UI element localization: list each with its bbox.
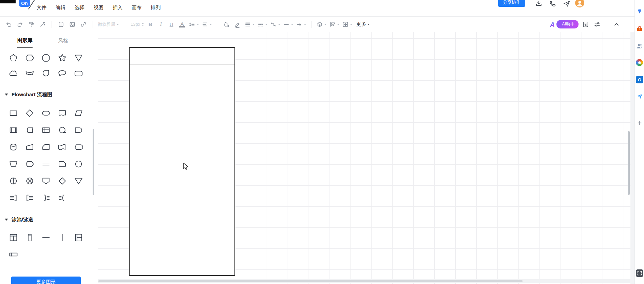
tab-shape-library[interactable]: 图形库 bbox=[17, 37, 33, 48]
shape-stored-data[interactable] bbox=[22, 122, 38, 139]
bold-button[interactable]: B bbox=[146, 19, 154, 29]
line-weight-button[interactable] bbox=[244, 21, 255, 28]
line-height-button[interactable] bbox=[189, 21, 199, 28]
shape-pool-vertical[interactable] bbox=[5, 229, 22, 246]
format-painter-button[interactable] bbox=[27, 19, 36, 29]
shape-callout[interactable] bbox=[54, 66, 70, 81]
arrow-style-button[interactable] bbox=[296, 21, 306, 28]
shape-rect[interactable] bbox=[5, 105, 22, 122]
diagram-canvas[interactable] bbox=[98, 32, 630, 284]
download-icon[interactable] bbox=[535, 0, 543, 7]
shape-card-round[interactable] bbox=[54, 156, 70, 173]
shape-cylinder[interactable] bbox=[5, 139, 22, 156]
shape-pentagon[interactable] bbox=[5, 50, 22, 66]
line-style-button[interactable] bbox=[257, 21, 268, 28]
shape-circle-x[interactable] bbox=[22, 173, 38, 189]
canvas-horizontal-scrollbar-track[interactable] bbox=[98, 279, 630, 283]
shape-hexagon[interactable] bbox=[22, 50, 38, 66]
tab-style[interactable]: 风格 bbox=[58, 38, 68, 48]
shape-merge[interactable] bbox=[70, 173, 87, 189]
expand-fullscreen-icon[interactable] bbox=[636, 269, 643, 277]
section-header-1[interactable]: Flowchart 流程图 bbox=[0, 87, 92, 102]
shape-pool-horizontal[interactable] bbox=[70, 229, 87, 246]
gem-icon[interactable] bbox=[636, 7, 643, 15]
text-align-button[interactable] bbox=[202, 21, 212, 28]
shape-v-line[interactable] bbox=[54, 229, 70, 246]
shape-tape[interactable] bbox=[54, 122, 70, 139]
shape-brace-right[interactable] bbox=[38, 189, 54, 206]
contacts-icon[interactable] bbox=[636, 42, 643, 50]
shape-double-line[interactable] bbox=[38, 156, 54, 173]
shape-h-line[interactable] bbox=[38, 229, 54, 246]
shape-parallelogram[interactable] bbox=[70, 105, 87, 122]
menu-item-6[interactable]: 排列 bbox=[151, 4, 160, 11]
layers-button[interactable] bbox=[316, 21, 327, 28]
shape-octagon[interactable] bbox=[38, 50, 54, 66]
phone-icon[interactable] bbox=[549, 0, 556, 7]
add-icon[interactable]: + bbox=[636, 119, 643, 127]
shape-paper-tape[interactable] bbox=[54, 139, 70, 156]
canvas-horizontal-scrollbar-thumb[interactable] bbox=[98, 280, 523, 282]
shape-circle[interactable] bbox=[70, 156, 87, 173]
shape-document[interactable] bbox=[54, 105, 70, 122]
shape-hexagon-prep[interactable] bbox=[22, 156, 38, 173]
shape-triangle-down[interactable] bbox=[70, 50, 87, 66]
find-replace-button[interactable] bbox=[581, 19, 590, 29]
shape-lane-horizontal[interactable] bbox=[5, 246, 22, 263]
shape-display[interactable] bbox=[70, 139, 87, 156]
menu-item-0[interactable]: 文件 bbox=[37, 4, 46, 11]
shape-off-page[interactable] bbox=[38, 173, 54, 189]
shape-arc[interactable] bbox=[22, 66, 38, 81]
stroke-color-button[interactable] bbox=[233, 19, 242, 29]
insert-link-button[interactable] bbox=[79, 19, 88, 29]
font-family-select[interactable]: 微软雅黑 bbox=[98, 21, 127, 27]
sidebar-scrollbar[interactable] bbox=[93, 129, 94, 195]
more-shapes-button[interactable]: 更多图形 bbox=[11, 277, 81, 284]
shape-bracket-right[interactable] bbox=[5, 189, 22, 206]
shape-brace-left[interactable] bbox=[54, 189, 70, 206]
more-tools-button[interactable]: 更多 bbox=[356, 21, 370, 27]
fill-color-button[interactable] bbox=[222, 19, 231, 29]
toolbox-icon[interactable] bbox=[636, 25, 643, 33]
magic-wand-button[interactable] bbox=[38, 19, 47, 29]
menu-item-2[interactable]: 选择 bbox=[75, 4, 84, 11]
font-size-stepper[interactable] bbox=[142, 23, 144, 26]
redo-button[interactable] bbox=[16, 19, 24, 29]
shape-cloud[interactable] bbox=[5, 66, 22, 81]
shape-circle-plus[interactable] bbox=[5, 173, 22, 189]
shape-card[interactable] bbox=[38, 139, 54, 156]
italic-button[interactable]: I bbox=[157, 19, 165, 29]
pinwheel-icon[interactable] bbox=[636, 59, 643, 66]
avatar[interactable] bbox=[575, 0, 584, 7]
app-logo[interactable]: On bbox=[19, 0, 30, 7]
ai-assistant-badge[interactable]: AI助手 bbox=[556, 20, 579, 28]
shape-terminator[interactable] bbox=[38, 105, 54, 122]
line-tool-button[interactable] bbox=[283, 21, 293, 28]
send-plane-icon[interactable] bbox=[563, 0, 570, 7]
menu-item-4[interactable]: 插入 bbox=[113, 4, 122, 11]
distribute-button[interactable] bbox=[329, 21, 340, 28]
shape-lane-vertical[interactable] bbox=[22, 229, 38, 246]
background-pattern-button[interactable] bbox=[57, 19, 65, 29]
canvas-vertical-scrollbar[interactable] bbox=[628, 131, 630, 195]
shape-trapezoid[interactable] bbox=[5, 156, 22, 173]
undo-button[interactable] bbox=[4, 19, 13, 29]
pool-title-band[interactable] bbox=[130, 48, 234, 64]
canvas-size-button[interactable] bbox=[342, 21, 353, 28]
section-header-2[interactable]: 泳池/泳道 bbox=[0, 212, 92, 227]
shape-internal-storage[interactable] bbox=[38, 122, 54, 139]
mail-icon[interactable]: O bbox=[636, 76, 643, 83]
shape-rounded-rect[interactable] bbox=[70, 66, 87, 81]
menu-item-5[interactable]: 画布 bbox=[132, 4, 141, 11]
paper-plane-icon[interactable] bbox=[636, 93, 643, 100]
shape-manual-operation[interactable] bbox=[22, 139, 38, 156]
settings-sliders-button[interactable] bbox=[593, 19, 602, 29]
shape-delay[interactable] bbox=[70, 122, 87, 139]
shape-diamond[interactable] bbox=[22, 105, 38, 122]
shape-subprocess[interactable] bbox=[5, 122, 22, 139]
share-button[interactable]: 分享协作 bbox=[498, 0, 525, 7]
canvas-shape-vertical-pool[interactable] bbox=[129, 47, 235, 276]
font-size-select[interactable]: 13px bbox=[131, 22, 144, 27]
insert-image-button[interactable] bbox=[68, 19, 77, 29]
menu-item-1[interactable]: 编辑 bbox=[56, 4, 65, 11]
